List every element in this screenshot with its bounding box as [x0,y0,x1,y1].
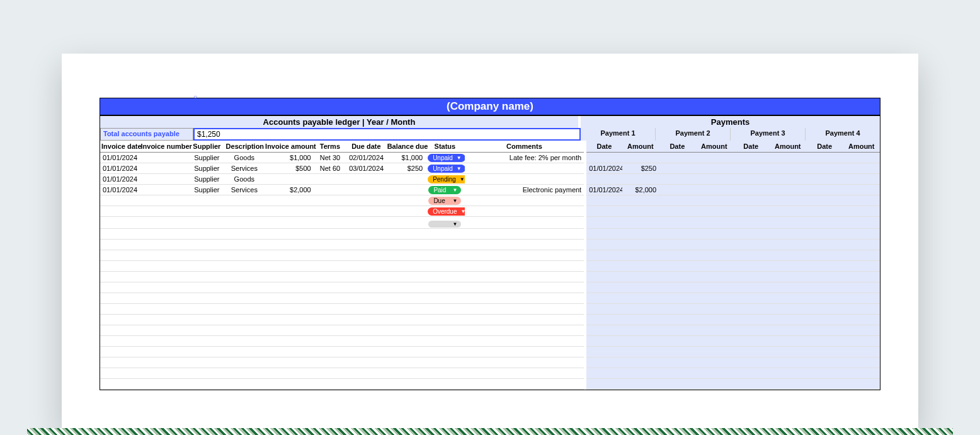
empty-cell[interactable] [225,239,265,250]
empty-cell[interactable] [806,325,843,335]
empty-cell[interactable] [100,357,140,368]
cell-p4-amount[interactable] [843,153,880,163]
cell-p3-date[interactable] [732,206,769,217]
empty-cell[interactable] [140,368,190,378]
empty-cell[interactable] [843,271,880,282]
empty-cell[interactable] [314,346,346,357]
empty-cell[interactable] [425,239,465,250]
empty-cell[interactable] [140,378,190,389]
empty-cell[interactable] [622,303,659,314]
empty-cell[interactable] [659,378,695,389]
empty-cell[interactable] [696,378,732,389]
empty-cell[interactable] [585,325,622,335]
empty-cell[interactable] [264,271,314,282]
cell-p3-amount[interactable] [770,206,806,217]
empty-cell[interactable] [843,368,880,378]
empty-cell[interactable] [314,335,346,346]
status-pill[interactable]: Overdue▼ [428,207,465,216]
empty-cell[interactable] [806,260,843,271]
empty-cell[interactable] [659,271,695,282]
empty-cell[interactable] [189,228,224,239]
empty-cell[interactable] [425,368,465,378]
col-supplier[interactable]: Supplier [189,141,224,153]
cell-comments[interactable]: Electronic payment [465,185,586,195]
empty-cell[interactable] [386,378,426,389]
table-row[interactable] [100,346,880,357]
cell-status[interactable]: Unpaid▼ [425,163,465,174]
empty-cell[interactable] [770,228,806,239]
table-row[interactable] [100,271,880,282]
empty-cell[interactable] [585,314,622,325]
cell-terms[interactable] [314,195,346,206]
status-pill[interactable]: Pending▼ [428,175,465,183]
cell-p2-amount[interactable] [696,163,732,174]
empty-cell[interactable] [100,239,140,250]
empty-cell[interactable] [225,293,265,303]
empty-cell[interactable] [346,228,386,239]
empty-cell[interactable] [314,325,346,335]
empty-cell[interactable] [465,282,586,293]
empty-cell[interactable] [140,346,190,357]
cell-supplier[interactable] [189,195,224,206]
cell-p4-amount[interactable] [843,185,880,195]
empty-cell[interactable] [314,303,346,314]
empty-cell[interactable] [386,239,426,250]
empty-cell[interactable] [585,303,622,314]
empty-cell[interactable] [843,293,880,303]
empty-cell[interactable] [386,282,426,293]
empty-cell[interactable] [386,303,426,314]
empty-cell[interactable] [843,303,880,314]
cell-supplier[interactable]: Supplier [189,153,224,163]
empty-cell[interactable] [264,293,314,303]
empty-cell[interactable] [465,335,586,346]
empty-cell[interactable] [843,357,880,368]
table-row[interactable]: 01/01/2024SupplierServices$2,000Paid▼Ele… [100,185,880,195]
empty-cell[interactable] [386,325,426,335]
table-row[interactable] [100,314,880,325]
empty-cell[interactable] [346,357,386,368]
empty-cell[interactable] [386,335,426,346]
empty-cell[interactable] [189,357,224,368]
empty-cell[interactable] [100,346,140,357]
empty-cell[interactable] [585,368,622,378]
empty-cell[interactable] [189,303,224,314]
empty-cell[interactable] [314,250,346,260]
table-row[interactable] [100,293,880,303]
empty-cell[interactable] [225,260,265,271]
empty-cell[interactable] [843,346,880,357]
empty-cell[interactable] [770,325,806,335]
cell-due-date[interactable] [346,206,386,217]
cell-invoice-amount[interactable] [264,195,314,206]
empty-cell[interactable] [659,282,695,293]
empty-cell[interactable] [100,368,140,378]
cell-invoice-number[interactable] [140,206,190,217]
empty-cell[interactable] [622,282,659,293]
empty-cell[interactable] [622,228,659,239]
cell-p1-amount[interactable] [622,195,659,206]
cell-p1-amount[interactable] [622,206,659,217]
cell-balance-due[interactable]: $1,000 [386,153,426,163]
empty-cell[interactable] [189,271,224,282]
cell-invoice-number[interactable] [140,195,190,206]
empty-cell[interactable] [465,228,586,239]
empty-cell[interactable] [696,271,732,282]
cell-status[interactable]: Due▼ [425,195,465,206]
col-p1-date[interactable]: Date [585,141,622,153]
empty-cell[interactable] [225,282,265,293]
empty-cell[interactable] [659,346,695,357]
empty-cell[interactable] [225,335,265,346]
empty-cell[interactable] [696,303,732,314]
empty-cell[interactable] [346,260,386,271]
status-pill[interactable]: ▼ [428,221,461,228]
cell-p3-date[interactable] [732,153,769,163]
empty-cell[interactable] [622,314,659,325]
cell-p4-date[interactable] [806,185,843,195]
empty-cell[interactable] [659,325,695,335]
empty-cell[interactable] [225,357,265,368]
empty-cell[interactable] [696,260,732,271]
empty-cell[interactable] [140,293,190,303]
empty-cell[interactable] [465,293,586,303]
cell-terms[interactable] [314,174,346,185]
empty-cell[interactable] [425,346,465,357]
empty-cell[interactable] [622,368,659,378]
